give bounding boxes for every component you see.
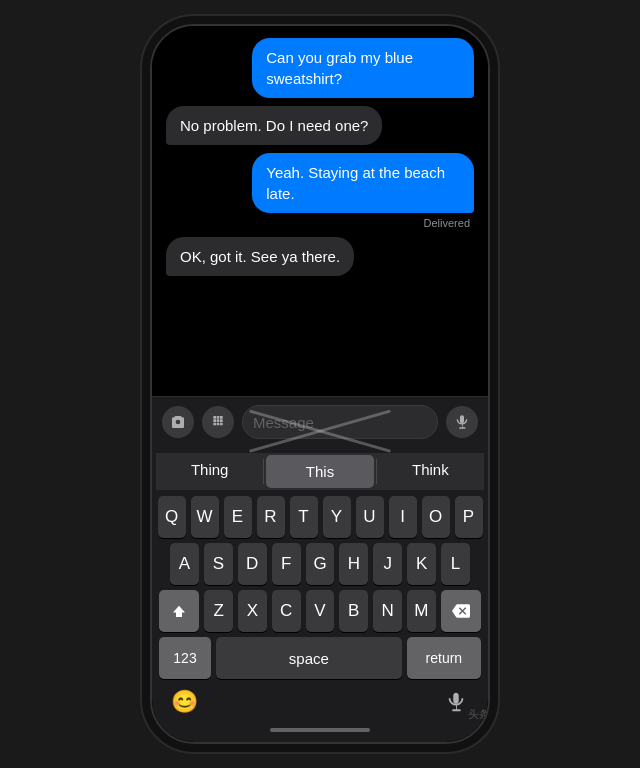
key-r[interactable]: R bbox=[257, 496, 285, 538]
delivered-label: Delivered bbox=[166, 217, 474, 229]
key-j[interactable]: J bbox=[373, 543, 402, 585]
key-a[interactable]: A bbox=[170, 543, 199, 585]
mic-button[interactable] bbox=[446, 406, 478, 438]
emoji-button[interactable]: 😊 bbox=[170, 688, 198, 716]
message-row-2: No problem. Do I need one? bbox=[166, 106, 474, 145]
watermark: 头条 @手机教授 bbox=[468, 707, 490, 722]
num-key[interactable]: 123 bbox=[159, 637, 211, 679]
input-area bbox=[152, 396, 488, 447]
key-e[interactable]: E bbox=[224, 496, 252, 538]
key-k[interactable]: K bbox=[407, 543, 436, 585]
keyboard-row-4: 123 space return bbox=[156, 637, 484, 679]
predictive-this[interactable]: This bbox=[266, 455, 373, 488]
key-d[interactable]: D bbox=[238, 543, 267, 585]
keyboard-row-3: Z X C V B N M bbox=[156, 590, 484, 632]
key-n[interactable]: N bbox=[373, 590, 402, 632]
appstore-icon bbox=[210, 414, 226, 430]
key-c[interactable]: C bbox=[272, 590, 301, 632]
mic-icon bbox=[454, 414, 470, 430]
predictive-divider-1 bbox=[263, 459, 264, 484]
key-l[interactable]: L bbox=[441, 543, 470, 585]
phone-screen: Can you grab my blue sweatshirt? No prob… bbox=[152, 26, 488, 742]
key-v[interactable]: V bbox=[306, 590, 335, 632]
keyboard: Thing This Think Q W E R T Y U I O P bbox=[152, 447, 488, 742]
bottom-bar: 😊 bbox=[156, 684, 484, 724]
key-g[interactable]: G bbox=[306, 543, 335, 585]
key-o[interactable]: O bbox=[422, 496, 450, 538]
message-input-box[interactable] bbox=[242, 405, 438, 439]
key-f[interactable]: F bbox=[272, 543, 301, 585]
messages-area: Can you grab my blue sweatshirt? No prob… bbox=[152, 26, 488, 396]
space-key[interactable]: space bbox=[216, 637, 402, 679]
message-row-4: OK, got it. See ya there. bbox=[166, 237, 474, 276]
appstore-button[interactable] bbox=[202, 406, 234, 438]
key-y[interactable]: Y bbox=[323, 496, 351, 538]
shift-icon bbox=[170, 602, 188, 620]
home-bar bbox=[270, 728, 370, 732]
key-m[interactable]: M bbox=[407, 590, 436, 632]
keyboard-row-1: Q W E R T Y U I O P bbox=[156, 496, 484, 538]
bubble-received-2: No problem. Do I need one? bbox=[166, 106, 382, 145]
camera-button[interactable] bbox=[162, 406, 194, 438]
key-s[interactable]: S bbox=[204, 543, 233, 585]
predictive-thing[interactable]: Thing bbox=[156, 453, 263, 490]
key-t[interactable]: T bbox=[290, 496, 318, 538]
delete-icon bbox=[452, 602, 470, 620]
bubble-sent-3: Yeah. Staying at the beach late. bbox=[252, 153, 474, 213]
home-indicator bbox=[156, 724, 484, 738]
key-x[interactable]: X bbox=[238, 590, 267, 632]
keyboard-mic-icon bbox=[445, 691, 467, 713]
bubble-received-4: OK, got it. See ya there. bbox=[166, 237, 354, 276]
message-input[interactable] bbox=[253, 414, 427, 431]
camera-icon bbox=[170, 414, 186, 430]
keyboard-mic-button[interactable] bbox=[442, 688, 470, 716]
key-u[interactable]: U bbox=[356, 496, 384, 538]
bubble-sent-1: Can you grab my blue sweatshirt? bbox=[252, 38, 474, 98]
key-q[interactable]: Q bbox=[158, 496, 186, 538]
return-key[interactable]: return bbox=[407, 637, 481, 679]
key-i[interactable]: I bbox=[389, 496, 417, 538]
key-z[interactable]: Z bbox=[204, 590, 233, 632]
message-row-3: Yeah. Staying at the beach late. bbox=[166, 153, 474, 213]
shift-key[interactable] bbox=[159, 590, 199, 632]
predictive-bar: Thing This Think bbox=[156, 453, 484, 490]
message-row-1: Can you grab my blue sweatshirt? bbox=[166, 38, 474, 98]
key-h[interactable]: H bbox=[339, 543, 368, 585]
key-b[interactable]: B bbox=[339, 590, 368, 632]
key-p[interactable]: P bbox=[455, 496, 483, 538]
predictive-think[interactable]: Think bbox=[377, 453, 484, 490]
delete-key[interactable] bbox=[441, 590, 481, 632]
key-w[interactable]: W bbox=[191, 496, 219, 538]
keyboard-row-2: A S D F G H J K L bbox=[156, 543, 484, 585]
phone-frame: Can you grab my blue sweatshirt? No prob… bbox=[150, 24, 490, 744]
